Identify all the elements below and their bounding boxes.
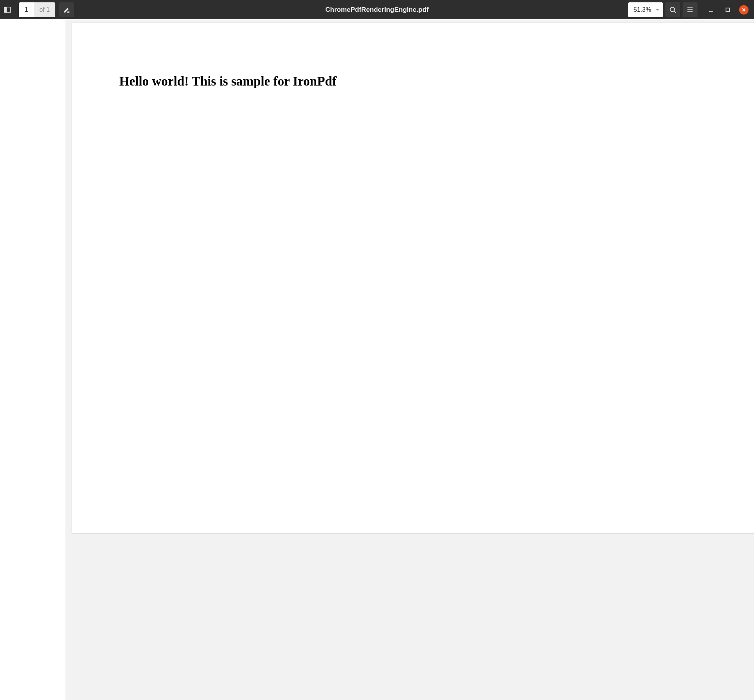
page-navigation: of 1 [19, 2, 55, 17]
viewer-area: Hello world! This is sample for IronPdf [0, 19, 754, 700]
thumbnail-panel[interactable] [0, 19, 65, 700]
document-heading: Hello world! This is sample for IronPdf [119, 74, 707, 89]
zoom-dropdown[interactable]: 51.3% [628, 2, 663, 17]
sidebar-icon [4, 6, 11, 14]
maximize-icon [725, 7, 730, 13]
annotate-button[interactable] [59, 2, 74, 17]
minimize-icon [708, 7, 714, 13]
toolbar-right-group: 51.3% [628, 2, 752, 17]
hamburger-icon [686, 6, 694, 14]
page-container[interactable]: Hello world! This is sample for IronPdf [65, 19, 754, 700]
svg-line-3 [674, 11, 676, 13]
toolbar-left-group: of 1 [2, 2, 74, 17]
minimize-button[interactable] [703, 2, 719, 17]
search-icon [669, 6, 677, 14]
maximize-button[interactable] [719, 2, 736, 17]
pencil-icon [63, 6, 71, 14]
search-button[interactable] [665, 2, 680, 17]
chevron-down-icon [655, 7, 660, 12]
close-button[interactable] [739, 5, 749, 15]
window-controls [703, 2, 752, 17]
page-total-label: of 1 [34, 2, 55, 17]
pdf-page: Hello world! This is sample for IronPdf [72, 23, 754, 533]
svg-rect-8 [726, 8, 730, 11]
sidebar-toggle-button[interactable] [0, 2, 15, 17]
menu-button[interactable] [683, 2, 698, 17]
zoom-value-label: 51.3% [634, 6, 651, 13]
svg-rect-1 [4, 7, 7, 13]
document-title: ChromePdfRenderingEngine.pdf [325, 6, 429, 14]
close-icon [741, 7, 746, 12]
pdf-toolbar: of 1 ChromePdfRenderingEngine.pdf 51.3% [0, 0, 754, 19]
page-number-input[interactable] [19, 2, 34, 17]
